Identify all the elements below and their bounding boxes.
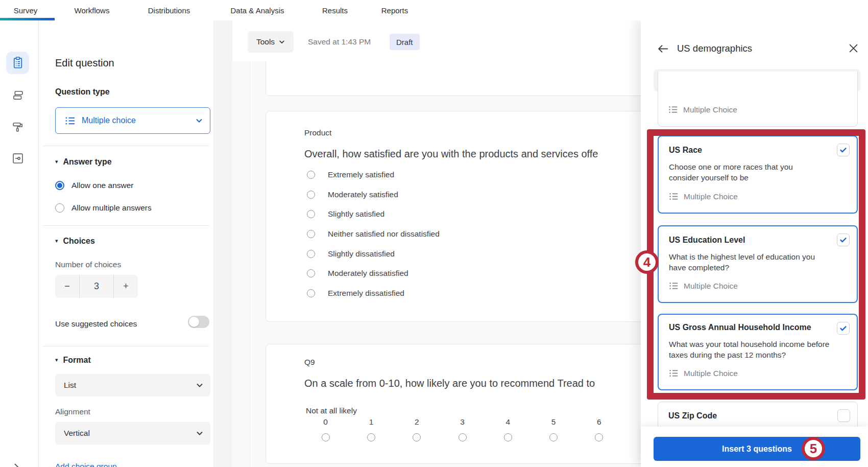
choice-row[interactable]: Extremely satisfied: [307, 165, 440, 185]
radio-icon: [413, 433, 421, 441]
collapse-triangle-icon: ▾: [55, 238, 58, 244]
radio-icon: [459, 433, 467, 441]
tab-workflows[interactable]: Workflows: [75, 0, 110, 20]
autosave-status: Saved at 1:43 PM: [308, 37, 371, 46]
choice-row[interactable]: Slightly satisfied: [307, 204, 440, 224]
radio-icon: [307, 230, 315, 238]
radio-icon: [307, 171, 315, 179]
active-tab-underline: [0, 18, 55, 20]
multiple-choice-list-icon: [669, 368, 679, 378]
number-of-choices-label: Number of choices: [55, 260, 121, 269]
tab-reports[interactable]: Reports: [381, 0, 408, 20]
look-and-feel-icon[interactable]: [6, 115, 29, 138]
use-suggested-choices-label: Use suggested choices: [55, 319, 137, 329]
choice-row[interactable]: Slightly dissatisfied: [307, 244, 440, 264]
radio-allow-multiple-answers[interactable]: Allow multiple answers: [55, 203, 152, 213]
use-suggested-choices-toggle[interactable]: [188, 316, 209, 328]
question-id-label: Product: [304, 128, 331, 137]
add-choice-group-link[interactable]: Add choice group: [55, 462, 117, 467]
qualtrics-survey-editor: Survey Workflows Distributions Data & An…: [0, 0, 868, 467]
decrement-button[interactable]: −: [55, 275, 79, 298]
back-arrow-icon[interactable]: [657, 42, 669, 55]
radio-icon: [55, 181, 64, 190]
choice-row[interactable]: Moderately dissatisfied: [307, 264, 440, 284]
tab-survey[interactable]: Survey: [14, 0, 38, 20]
tab-results[interactable]: Results: [322, 0, 348, 20]
radio-icon: [504, 433, 512, 441]
answer-type-header[interactable]: ▾Answer type: [55, 157, 112, 167]
radio-icon: [549, 433, 558, 441]
scale-point[interactable]: 4: [485, 417, 531, 441]
scale-point[interactable]: 5: [531, 417, 576, 441]
tab-data-analysis[interactable]: Data & Analysis: [230, 0, 284, 20]
scale-point[interactable]: 0: [303, 417, 348, 441]
radio-icon: [307, 191, 315, 199]
divider: [43, 225, 209, 226]
radio-icon: [367, 433, 375, 441]
divider: [43, 146, 209, 146]
question-text[interactable]: On a scale from 0-10, how likely are you…: [304, 378, 595, 389]
chevron-down-icon: [196, 117, 203, 124]
nps-scale: 0 1 2 3 4 5 6: [303, 417, 622, 441]
survey-builder-icon[interactable]: [6, 52, 29, 74]
expand-panel-chevron-icon[interactable]: [12, 463, 20, 467]
increment-button[interactable]: +: [114, 275, 138, 298]
alignment-dropdown[interactable]: Vertical: [55, 422, 210, 445]
multiple-choice-list-icon: [669, 281, 679, 291]
radio-icon: [307, 289, 315, 297]
choice-list: Extremely satisfied Moderately satisfied…: [307, 165, 440, 303]
scale-point[interactable]: 6: [576, 417, 622, 441]
scale-point[interactable]: 3: [440, 417, 485, 441]
survey-options-icon[interactable]: [6, 147, 29, 170]
scale-point[interactable]: 1: [348, 417, 394, 441]
insert-questions-button[interactable]: Insert 3 questions: [654, 437, 860, 461]
demographic-card-us-race[interactable]: US Race Choose one or more races that yo…: [658, 135, 858, 214]
chevron-down-icon: [196, 430, 203, 437]
tab-distributions[interactable]: Distributions: [148, 0, 190, 20]
checkbox-unchecked-icon[interactable]: [837, 409, 850, 422]
tools-button[interactable]: Tools: [248, 31, 294, 53]
left-icon-rail: [0, 20, 39, 467]
survey-flow-icon[interactable]: [6, 84, 29, 106]
panel-canvas-gap: [213, 20, 232, 467]
demographic-card-partial[interactable]: Multiple Choice: [658, 72, 858, 127]
choices-header[interactable]: ▾Choices: [55, 237, 95, 246]
format-header[interactable]: ▾Format: [55, 356, 91, 365]
radio-icon: [307, 210, 315, 218]
question-type-label: Question type: [55, 87, 110, 97]
collapse-triangle-icon: ▾: [55, 357, 58, 363]
edit-question-panel: Edit question Question type Multiple cho…: [39, 20, 213, 467]
scale-anchor-label: Not at all likely: [306, 406, 357, 415]
panel-footer: Insert 3 questions: [641, 427, 868, 467]
demographic-card-us-education[interactable]: US Education Level What is the highest l…: [658, 225, 858, 303]
question-id-label: Q9: [304, 358, 315, 367]
choice-row[interactable]: Moderately satisfied: [307, 185, 440, 205]
panel-title: Edit question: [55, 57, 114, 69]
close-icon[interactable]: [848, 43, 859, 54]
checkbox-checked-icon[interactable]: [837, 233, 850, 246]
question-type-dropdown[interactable]: Multiple choice: [55, 107, 210, 134]
multiple-choice-list-icon: [65, 115, 76, 126]
draft-status-badge: Draft: [390, 34, 420, 50]
chevron-down-icon: [279, 39, 285, 45]
choice-row[interactable]: Neither satisfied nor dissatisfied: [307, 224, 440, 244]
radio-icon: [307, 250, 315, 258]
checkbox-checked-icon[interactable]: [837, 144, 850, 156]
block-edge-line: [250, 61, 250, 467]
radio-icon: [322, 433, 330, 441]
divider: [43, 346, 209, 346]
us-demographics-panel: US demographics Multiple Choice US Ra: [641, 20, 868, 467]
panel-title: US demographics: [677, 43, 752, 54]
choice-row[interactable]: Extremely dissatisfied: [307, 284, 440, 303]
demographic-card-us-income[interactable]: US Gross Annual Household Income What wa…: [658, 314, 858, 390]
radio-allow-one-answer[interactable]: Allow one answer: [55, 181, 133, 190]
number-of-choices-stepper: − 3 +: [55, 275, 138, 298]
format-dropdown[interactable]: List: [55, 374, 210, 396]
checkbox-checked-icon[interactable]: [837, 322, 850, 335]
choices-count-value: 3: [79, 275, 114, 298]
question-type-value: Multiple choice: [82, 116, 136, 125]
top-nav: Survey Workflows Distributions Data & An…: [0, 0, 868, 20]
scale-point[interactable]: 2: [394, 417, 440, 441]
multiple-choice-list-icon: [669, 192, 679, 201]
question-text[interactable]: Overall, how satisfied are you with the …: [304, 148, 598, 160]
